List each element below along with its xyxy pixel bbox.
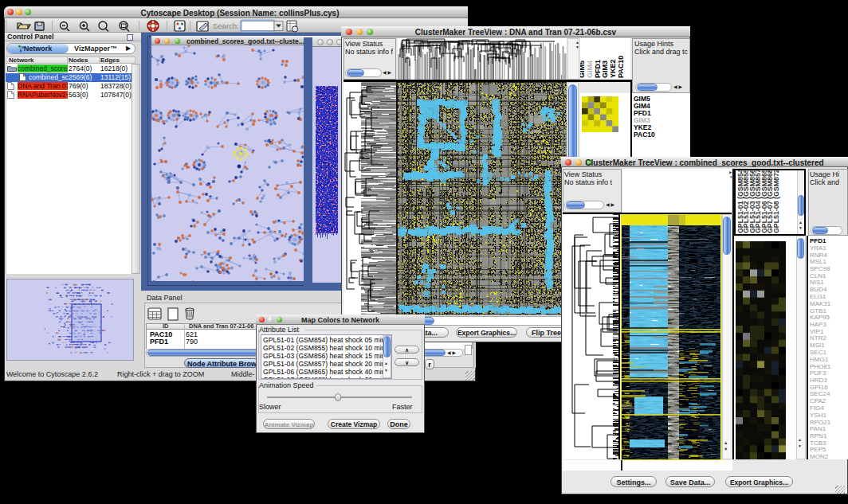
svg-text:GIM3: GIM3 [601, 61, 609, 78]
svg-text:Search:: Search: [213, 21, 239, 30]
svg-text:PFD1: PFD1 [594, 60, 602, 78]
svg-text:GIM4: GIM4 [586, 61, 594, 78]
svg-text:YKE2: YKE2 [609, 59, 617, 78]
svg-text:PAC10: PAC10 [617, 56, 625, 78]
svg-text:GPL51-08 (GSM872): GPL51-08 (GSM872) [772, 170, 780, 233]
